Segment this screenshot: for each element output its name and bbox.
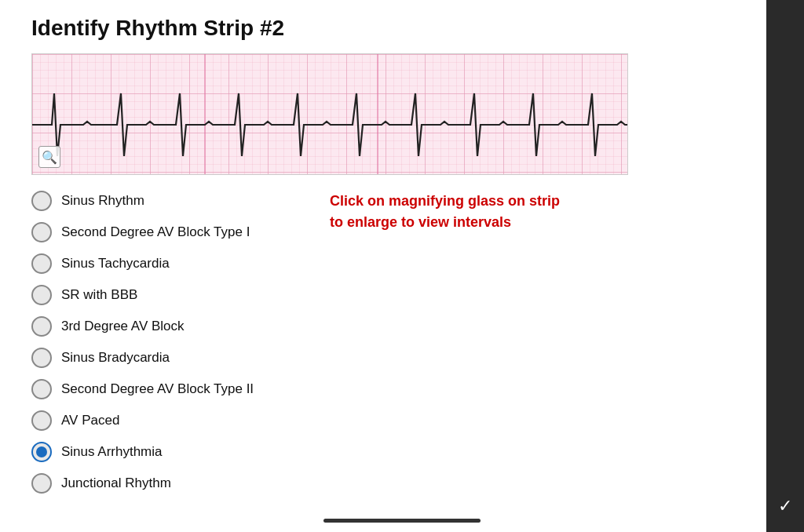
right-sidebar: ✓ bbox=[766, 0, 804, 532]
magnify-button[interactable]: 🔍 bbox=[38, 146, 60, 168]
option-label-second-degree-type-i: Second Degree AV Block Type I bbox=[61, 224, 250, 240]
radio-sinus-bradycardia[interactable] bbox=[31, 348, 52, 368]
option-label-third-degree: 3rd Degree AV Block bbox=[61, 319, 185, 334]
radio-second-degree-type-i[interactable] bbox=[31, 222, 52, 242]
option-item-junctional-rhythm[interactable]: Junctional Rhythm bbox=[31, 473, 298, 494]
option-item-second-degree-type-ii[interactable]: Second Degree AV Block Type II bbox=[31, 379, 298, 399]
radio-sr-bbb[interactable] bbox=[31, 285, 52, 305]
check-icon[interactable]: ✓ bbox=[778, 496, 792, 516]
hint-text: Click on magnifying glass on strip to en… bbox=[330, 191, 565, 233]
radio-third-degree[interactable] bbox=[31, 316, 52, 337]
options-section: Sinus RhythmSecond Degree AV Block Type … bbox=[31, 191, 735, 494]
option-label-junctional-rhythm: Junctional Rhythm bbox=[61, 476, 171, 491]
radio-sinus-arrhythmia[interactable] bbox=[31, 442, 52, 462]
radio-second-degree-type-ii[interactable] bbox=[31, 379, 52, 399]
ecg-strip: 🔍 bbox=[31, 53, 628, 175]
option-label-sinus-rhythm: Sinus Rhythm bbox=[61, 193, 144, 209]
option-label-second-degree-type-ii: Second Degree AV Block Type II bbox=[61, 381, 254, 397]
option-label-sinus-tachycardia: Sinus Tachycardia bbox=[61, 256, 170, 271]
option-label-sinus-arrhythmia: Sinus Arrhythmia bbox=[61, 444, 163, 460]
option-item-second-degree-type-i[interactable]: Second Degree AV Block Type I bbox=[31, 222, 298, 242]
radio-sinus-tachycardia[interactable] bbox=[31, 253, 52, 274]
option-item-av-paced[interactable]: AV Paced bbox=[31, 410, 298, 431]
page-title: Identify Rhythm Strip #2 bbox=[31, 16, 735, 41]
home-indicator bbox=[323, 519, 481, 523]
radio-av-paced[interactable] bbox=[31, 410, 52, 431]
options-list: Sinus RhythmSecond Degree AV Block Type … bbox=[31, 191, 298, 494]
radio-inner-sinus-arrhythmia bbox=[36, 446, 47, 457]
option-label-av-paced: AV Paced bbox=[61, 413, 119, 428]
option-item-sinus-bradycardia[interactable]: Sinus Bradycardia bbox=[31, 348, 298, 368]
radio-sinus-rhythm[interactable] bbox=[31, 191, 52, 211]
option-item-sinus-tachycardia[interactable]: Sinus Tachycardia bbox=[31, 253, 298, 274]
radio-junctional-rhythm[interactable] bbox=[31, 473, 52, 494]
option-label-sr-bbb: SR with BBB bbox=[61, 287, 137, 303]
option-item-third-degree[interactable]: 3rd Degree AV Block bbox=[31, 316, 298, 337]
option-item-sr-bbb[interactable]: SR with BBB bbox=[31, 285, 298, 305]
option-item-sinus-arrhythmia[interactable]: Sinus Arrhythmia bbox=[31, 442, 298, 462]
option-item-sinus-rhythm[interactable]: Sinus Rhythm bbox=[31, 191, 298, 211]
option-label-sinus-bradycardia: Sinus Bradycardia bbox=[61, 350, 170, 366]
